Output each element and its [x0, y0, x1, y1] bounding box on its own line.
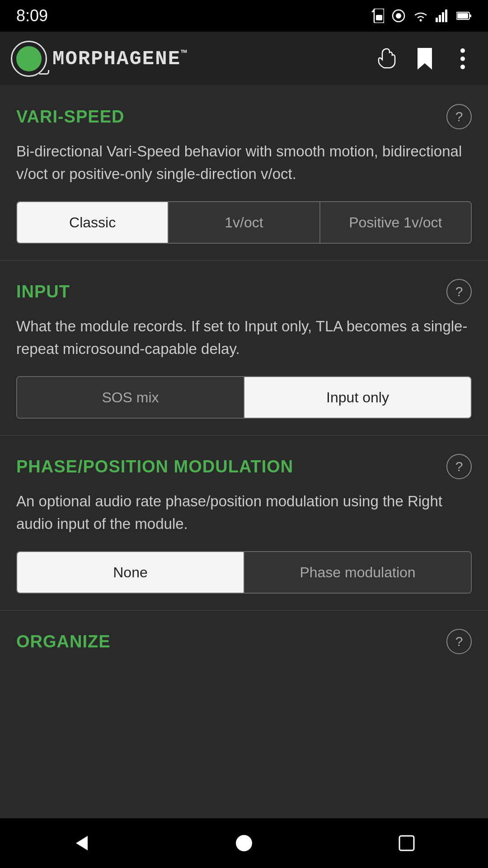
vari-speed-title: VARI-SPEED — [16, 107, 124, 127]
vari-speed-option-1voct[interactable]: 1v/oct — [169, 202, 320, 243]
battery-icon — [456, 11, 472, 20]
vari-speed-desc: Bi-directional Vari-Speed behavior with … — [16, 140, 472, 185]
vari-speed-toggle-group: Classic 1v/oct Positive 1v/oct — [16, 201, 472, 244]
logo-inner-circle — [16, 46, 42, 71]
home-icon — [235, 834, 253, 852]
svg-rect-11 — [469, 14, 471, 17]
phase-modulation-desc: An optional audio rate phase/position mo… — [16, 490, 472, 535]
nav-recents-btn[interactable] — [389, 825, 425, 861]
svg-point-14 — [460, 57, 465, 61]
more-icon-btn[interactable] — [448, 44, 477, 73]
vari-speed-header: VARI-SPEED ? — [16, 104, 472, 129]
content-area: VARI-SPEED ? Bi-directional Vari-Speed b… — [0, 86, 488, 818]
phase-modulation-title: PHASE/POSITION MODULATION — [16, 457, 293, 476]
circle-dot-icon — [391, 9, 406, 23]
input-option-sos-mix[interactable]: SOS mix — [17, 377, 244, 418]
svg-rect-6 — [436, 18, 438, 22]
svg-point-5 — [420, 19, 422, 22]
input-toggle-group: SOS mix Input only — [16, 376, 472, 419]
input-option-input-only[interactable]: Input only — [244, 377, 471, 418]
logo-tail — [39, 70, 49, 75]
svg-rect-12 — [457, 13, 468, 19]
svg-rect-9 — [445, 9, 447, 22]
touch-icon-btn[interactable] — [372, 44, 401, 73]
svg-point-17 — [236, 835, 252, 851]
app-title: MORPHAGENE™ — [52, 47, 188, 70]
app-logo: MORPHAGENE™ — [11, 41, 188, 77]
nav-home-btn[interactable] — [226, 825, 262, 861]
phase-modulation-section: PHASE/POSITION MODULATION ? An optional … — [0, 436, 488, 611]
svg-marker-16 — [76, 836, 88, 850]
vari-speed-help-btn[interactable]: ? — [446, 104, 472, 129]
vari-speed-option-classic[interactable]: Classic — [17, 202, 169, 243]
svg-point-15 — [460, 65, 465, 69]
input-header: INPUT ? — [16, 279, 472, 304]
more-icon — [460, 47, 466, 71]
app-bar: MORPHAGENE™ — [0, 32, 488, 86]
input-desc: What the module records. If set to Input… — [16, 315, 472, 360]
svg-rect-18 — [399, 836, 414, 850]
phase-modulation-header: PHASE/POSITION MODULATION ? — [16, 454, 472, 479]
bookmark-icon — [416, 47, 434, 71]
recents-icon — [399, 835, 415, 851]
organize-help-btn[interactable]: ? — [446, 629, 472, 654]
status-time: 8:09 — [16, 6, 48, 25]
bottom-nav — [0, 818, 488, 868]
input-section: INPUT ? What the module records. If set … — [0, 261, 488, 436]
wifi-icon — [413, 10, 428, 22]
organize-section: ORGANIZE ? — [0, 611, 488, 681]
status-bar: 8:09 — [0, 0, 488, 32]
status-icons — [371, 9, 472, 23]
svg-rect-8 — [442, 12, 444, 22]
phase-modulation-option-phase[interactable]: Phase modulation — [244, 552, 471, 593]
bookmark-icon-btn[interactable] — [410, 44, 439, 73]
vari-speed-option-positive1voct[interactable]: Positive 1v/oct — [320, 202, 471, 243]
vari-speed-section: VARI-SPEED ? Bi-directional Vari-Speed b… — [0, 86, 488, 261]
phase-modulation-option-none[interactable]: None — [17, 552, 244, 593]
phase-modulation-toggle-group: None Phase modulation — [16, 551, 472, 594]
nav-back-btn[interactable] — [63, 825, 99, 861]
phase-modulation-help-btn[interactable]: ? — [446, 454, 472, 479]
organize-header: ORGANIZE ? — [16, 629, 472, 654]
input-help-btn[interactable]: ? — [446, 279, 472, 304]
svg-rect-2 — [376, 15, 382, 20]
input-title: INPUT — [16, 282, 70, 302]
svg-point-4 — [396, 13, 401, 19]
svg-marker-1 — [371, 9, 374, 12]
touch-icon — [377, 47, 397, 71]
back-icon — [72, 834, 90, 852]
signal-icon — [436, 9, 449, 22]
organize-title: ORGANIZE — [16, 632, 111, 651]
logo-outer-circle — [11, 41, 47, 77]
app-bar-actions — [372, 44, 477, 73]
svg-point-13 — [460, 48, 465, 53]
svg-rect-7 — [439, 15, 441, 22]
sim-card-icon — [371, 9, 384, 23]
